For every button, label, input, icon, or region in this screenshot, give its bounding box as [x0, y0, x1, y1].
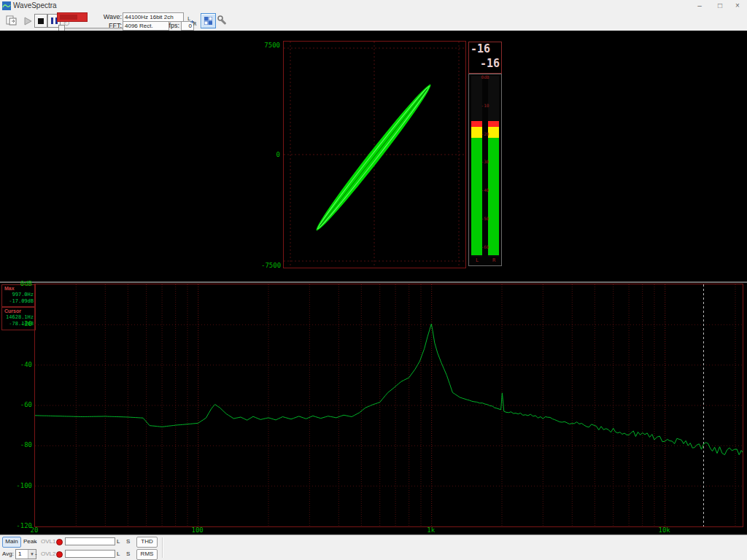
ovl1-indicator	[56, 539, 63, 545]
rms-button[interactable]: RMS	[136, 549, 158, 560]
level-meter-readout: -16 -16	[468, 42, 502, 74]
ovl1-label: OVL1	[41, 537, 55, 546]
lissajous-y-label-zero: 0	[261, 152, 280, 158]
level-meter-scale-box: 0dB-10-20-30-40-50-60 L R	[468, 74, 502, 266]
s-button-2[interactable]: S	[126, 549, 130, 559]
svg-text:L: L	[187, 16, 190, 22]
title-bar: WaveSpectra – □ ×	[0, 0, 747, 12]
dash-1: -	[35, 537, 37, 546]
window-title: WaveSpectra	[13, 1, 57, 9]
meter-scale-label: -20	[479, 131, 491, 136]
position-display	[57, 12, 88, 22]
lissajous-y-label-top: 7500	[261, 42, 280, 49]
toolbar: ↻ Wave: 44100Hz 16bit 2ch FFT: 4096 Rect…	[0, 12, 747, 31]
lissajous-y-label-bottom: -7500	[261, 262, 280, 269]
meter-scale-label: -40	[479, 187, 491, 192]
ovl2-input[interactable]	[65, 550, 115, 558]
ovl2-label: OVL2	[41, 549, 55, 559]
stop-icon	[38, 18, 44, 24]
display-settings-icon	[204, 17, 212, 25]
open-file-button[interactable]	[4, 14, 20, 27]
status-bar: Main Peak - OVL1 L S THD Avg: 1 ▼ - OVL2…	[0, 534, 747, 560]
meter-channel-label-left: L	[476, 257, 479, 263]
position-display-text	[60, 15, 77, 20]
display-settings-button[interactable]	[201, 13, 216, 28]
main-button[interactable]: Main	[2, 537, 21, 548]
l-button-1[interactable]: L	[117, 537, 120, 546]
meter-segment	[488, 121, 499, 127]
maximize-button[interactable]: □	[712, 0, 728, 11]
lissajous-figure	[312, 81, 436, 234]
level-meter-panel[interactable]: -16 -16 0dB-10-20-30-40-50-60 L R	[468, 42, 502, 266]
l-button-2[interactable]: L	[117, 549, 120, 559]
fft-info-value: 4096 Rect.	[123, 21, 169, 31]
play-icon	[23, 17, 32, 26]
level-meter-scale: 0dB-10-20-30-40-50-60	[481, 76, 489, 257]
dash-2: -	[35, 549, 37, 559]
app-icon	[2, 1, 11, 10]
spectrum-trace	[35, 324, 743, 455]
thd-button[interactable]: THD	[136, 537, 158, 548]
meter-scale-label: -10	[479, 103, 491, 108]
open-file-icon	[5, 15, 18, 26]
spectrum-area: Max 997.0Hz -17.09dB Cursor 14628.1Hz -7…	[0, 283, 747, 534]
stop-button[interactable]	[34, 14, 47, 28]
spectrum-x-tick: 100	[189, 527, 206, 534]
meter-scale-label: -60	[479, 244, 491, 249]
avg-select[interactable]: 1 ▼	[15, 549, 36, 559]
meter-channel-label-right: R	[492, 257, 495, 263]
svg-text:R: R	[193, 21, 197, 26]
meter-scale-label: -30	[479, 159, 491, 164]
avg-select-value: 1	[16, 551, 21, 557]
avg-label: Avg:	[2, 549, 14, 559]
meter-segment	[488, 138, 499, 255]
scope-area: 7500 0 -7500 -16 -16 0dB-10-20-30-40-50-…	[0, 31, 747, 281]
lissajous-axis-line	[320, 89, 427, 226]
peak-level-left: -16	[471, 43, 490, 55]
lr-channel-icon: L R	[187, 15, 198, 26]
fft-label: FFT:	[103, 22, 122, 29]
spectrum-x-tick: 10k	[656, 527, 673, 534]
close-button[interactable]: ×	[729, 0, 746, 11]
ovl1-input[interactable]	[65, 537, 115, 545]
meter-scale-label: 0dB	[479, 74, 491, 79]
statusbar-separator	[162, 537, 163, 558]
spectrum-x-tick: 20	[26, 527, 43, 534]
config-button[interactable]	[217, 15, 228, 27]
lissajous-display[interactable]	[283, 41, 466, 268]
wave-label: Wave:	[103, 13, 122, 20]
spectrum-display[interactable]	[34, 284, 743, 527]
peak-level-right: -16	[480, 58, 500, 70]
minimize-button[interactable]: –	[692, 0, 708, 11]
wrench-icon	[217, 15, 228, 26]
play-button[interactable]	[22, 15, 34, 26]
lr-channel-button[interactable]: L R	[187, 15, 199, 27]
ovl2-indicator	[56, 551, 63, 558]
s-button-1[interactable]: S	[126, 537, 130, 546]
fps-label: fps:	[166, 22, 179, 29]
spectrum-x-tick: 1k	[422, 527, 440, 534]
meter-scale-label: -50	[479, 216, 491, 221]
